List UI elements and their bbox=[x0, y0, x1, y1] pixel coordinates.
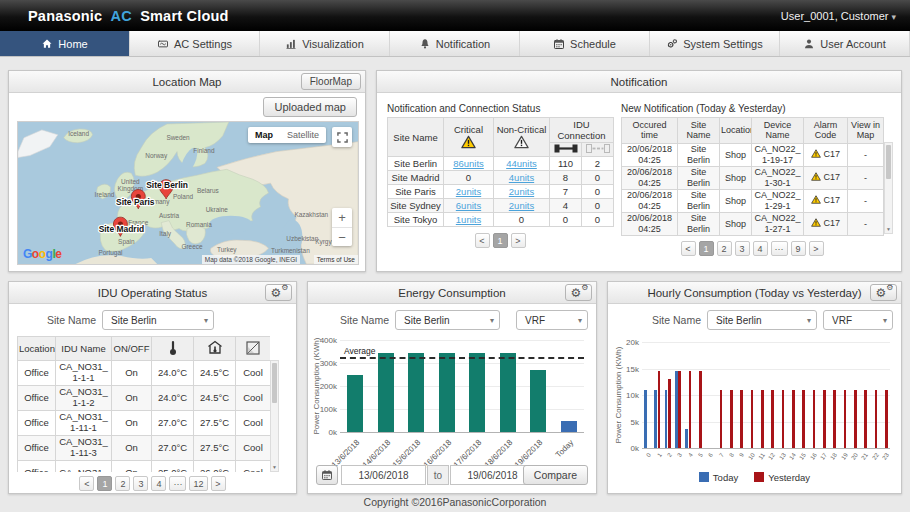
nav-tab-visualization[interactable]: Visualization bbox=[260, 31, 390, 56]
pagination-page[interactable]: 4 bbox=[753, 241, 768, 256]
settings-gear-button[interactable]: ⚙⚙ bbox=[565, 284, 592, 301]
idu-table-container: LocationIDU NameON/OFFOfficeCA_NO31_1-1-… bbox=[17, 336, 270, 472]
pagination-next[interactable]: > bbox=[511, 233, 526, 248]
x-axis-tick: 15 bbox=[795, 452, 807, 465]
units-link[interactable]: 6units bbox=[456, 200, 481, 211]
zoom-out-button[interactable]: − bbox=[332, 227, 352, 246]
y-axis-tick: 15k bbox=[612, 365, 639, 374]
map-type-satellite-button[interactable]: Satellite bbox=[280, 127, 326, 143]
pagination-page[interactable]: ··· bbox=[771, 241, 788, 256]
bar bbox=[685, 429, 688, 448]
equipment-type-select[interactable]: VRF bbox=[516, 310, 588, 330]
vertical-scrollbar[interactable]: ▼ bbox=[270, 360, 279, 472]
bar bbox=[561, 421, 577, 433]
bar bbox=[699, 371, 702, 448]
pagination-page[interactable]: 2 bbox=[115, 476, 130, 491]
main-nav: HomeAC SettingsVisualizationNotification… bbox=[0, 31, 910, 57]
pagination-page[interactable]: 1 bbox=[699, 241, 714, 256]
nav-tab-schedule[interactable]: Schedule bbox=[520, 31, 650, 56]
table-row: Site Sydney6units2units40 bbox=[388, 199, 614, 213]
alarm-code-cell: C17 bbox=[804, 212, 848, 235]
settings-gear-button[interactable]: ⚙⚙ bbox=[870, 284, 897, 301]
pagination-page[interactable]: 1 bbox=[97, 476, 112, 491]
location-cell: Shop bbox=[720, 143, 752, 166]
compare-button[interactable]: Compare bbox=[523, 465, 588, 485]
zoom-in-button[interactable]: + bbox=[332, 208, 352, 227]
floormap-button[interactable]: FloorMap bbox=[301, 73, 361, 90]
map-type-map-button[interactable]: Map bbox=[248, 127, 280, 143]
units-link[interactable]: 1units bbox=[456, 214, 481, 225]
x-axis-tick: 11 bbox=[754, 452, 766, 465]
country-label: Romania bbox=[186, 221, 212, 228]
pagination-page[interactable]: 3 bbox=[133, 476, 148, 491]
pagination-prev[interactable]: < bbox=[475, 233, 490, 248]
pagination-page[interactable]: 2 bbox=[717, 241, 732, 256]
date-from-input[interactable]: 13/06/2018 bbox=[341, 465, 426, 485]
idu-name-cell: CA_NO31_1-11-1 bbox=[56, 411, 112, 436]
topbar: Panasonic AC Smart Cloud User_0001, Cust… bbox=[0, 0, 910, 31]
x-axis-tick: 23 bbox=[878, 452, 890, 465]
country-label: Belarus bbox=[197, 187, 219, 194]
site-name-cell: Site Berlin bbox=[678, 212, 720, 235]
uploaded-map-button[interactable]: Uploaded map bbox=[263, 97, 357, 117]
units-link[interactable]: 2units bbox=[509, 200, 534, 211]
units-link[interactable]: 86units bbox=[453, 158, 484, 169]
new-notification-table: Occured timeSite NameLocationDevice Name… bbox=[621, 117, 884, 236]
pagination-page[interactable]: 1 bbox=[493, 233, 508, 248]
pagination-page[interactable]: ··· bbox=[169, 476, 186, 491]
google-map[interactable]: IcelandNorwaySwedenFinlandUnitedKingdomI… bbox=[17, 121, 359, 265]
location-map-body: Uploaded map IcelandNorwaySwedenFinlandU… bbox=[9, 93, 365, 272]
pagination-next[interactable]: > bbox=[809, 241, 824, 256]
scrollbar-thumb[interactable] bbox=[272, 363, 277, 403]
site-name-select[interactable]: Site Berlin bbox=[395, 310, 500, 330]
nav-tab-system-settings[interactable]: System Settings bbox=[650, 31, 780, 56]
vertical-scrollbar[interactable]: ▼ bbox=[884, 142, 893, 234]
pagination-next[interactable]: > bbox=[211, 476, 226, 491]
location-cell: Shop bbox=[720, 189, 752, 212]
location-cell: Office bbox=[18, 411, 56, 436]
gridline bbox=[340, 363, 584, 364]
nav-tab-home[interactable]: Home bbox=[0, 31, 130, 56]
units-link[interactable]: 4units bbox=[509, 172, 534, 183]
view-in-map-cell: - bbox=[848, 189, 884, 212]
google-logo[interactable]: Google bbox=[23, 247, 61, 261]
terms-of-use-link[interactable]: Terms of Use bbox=[314, 255, 358, 264]
nav-tab-ac-settings[interactable]: AC Settings bbox=[130, 31, 260, 56]
pagination-prev[interactable]: < bbox=[79, 476, 94, 491]
site-name-select[interactable]: Site Berlin bbox=[707, 310, 817, 330]
bar bbox=[378, 353, 394, 432]
scroll-down-arrow[interactable]: ▼ bbox=[271, 465, 278, 470]
units-link[interactable]: 2units bbox=[456, 186, 481, 197]
alarm-warning-icon bbox=[811, 219, 821, 229]
site-filter-row: Site Name Site Berlin VRF bbox=[608, 310, 901, 330]
units-link[interactable]: 44units bbox=[506, 158, 537, 169]
equipment-type-value: VRF bbox=[832, 315, 852, 326]
map-attribution: Map data ©2018 Google, INEGI bbox=[202, 255, 300, 264]
pagination-page[interactable]: 9 bbox=[791, 241, 806, 256]
user-menu[interactable]: User_0001, Customer bbox=[781, 10, 896, 22]
scroll-down-arrow[interactable]: ▼ bbox=[885, 227, 892, 232]
site-name-select[interactable]: Site Berlin bbox=[102, 310, 214, 330]
calendar-icon[interactable] bbox=[316, 465, 338, 485]
fullscreen-icon[interactable] bbox=[332, 127, 352, 147]
pagination-page[interactable]: 12 bbox=[189, 476, 207, 491]
app-title: Panasonic AC Smart Cloud bbox=[28, 8, 229, 24]
disconnected-cell: 0 bbox=[582, 171, 614, 185]
x-axis-line bbox=[340, 432, 584, 433]
google-logo-letter: o bbox=[39, 247, 46, 261]
pagination-page[interactable]: 4 bbox=[151, 476, 166, 491]
settings-gear-button[interactable]: ⚙⚙ bbox=[265, 284, 292, 301]
nav-tab-user-account[interactable]: User Account bbox=[780, 31, 910, 56]
idu-operating-table: LocationIDU NameON/OFFOfficeCA_NO31_1-1-… bbox=[17, 336, 270, 472]
pagination-page[interactable]: 3 bbox=[735, 241, 750, 256]
scrollbar-thumb[interactable] bbox=[886, 145, 891, 179]
non-critical-cell: 2units bbox=[494, 185, 550, 199]
nav-tab-notification[interactable]: Notification bbox=[390, 31, 520, 56]
table-row: 20/06/2018 04:25Site BerlinShopCA_NO22_1… bbox=[622, 189, 884, 212]
critical-cell: 86units bbox=[444, 157, 494, 171]
x-axis-tick: 1 bbox=[651, 452, 663, 465]
pagination-prev[interactable]: < bbox=[681, 241, 696, 256]
equipment-type-select[interactable]: VRF bbox=[823, 310, 893, 330]
units-link[interactable]: 2units bbox=[509, 186, 534, 197]
bar bbox=[644, 390, 647, 448]
